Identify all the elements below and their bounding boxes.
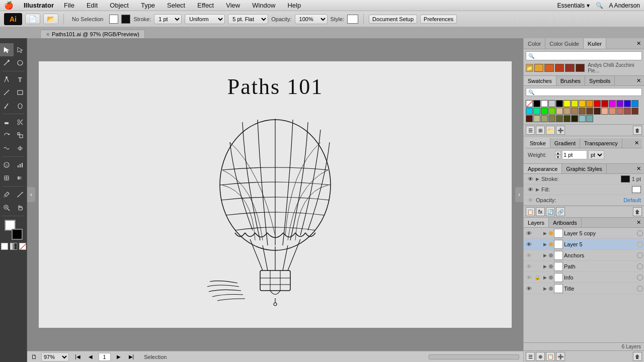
weight-down-btn[interactable]: ▼ <box>555 155 561 159</box>
search-icon[interactable]: 🔍 <box>596 2 603 9</box>
swatch-o1[interactable] <box>579 100 586 107</box>
layer-row-anchors[interactable]: 👁 ▶ Anchors <box>524 250 644 261</box>
weight-unit-select[interactable]: pt <box>588 150 604 159</box>
layer-row-5[interactable]: 👁 ▶ Layer 5 <box>524 239 644 250</box>
menu-window[interactable]: Window <box>250 2 277 9</box>
tab-artboards[interactable]: Artboards <box>549 218 582 227</box>
layer-row-info[interactable]: 👁 🔒 ▶ Info <box>524 272 644 283</box>
magic-wand-tool[interactable] <box>0 56 14 69</box>
swatch-g3[interactable] <box>548 108 555 115</box>
kuler-swatch-3[interactable] <box>555 64 564 72</box>
layers-delete-btn[interactable]: 🗑 <box>633 352 642 361</box>
swatches-search-input[interactable] <box>528 89 639 95</box>
anchors-expand[interactable]: ▶ <box>542 252 548 258</box>
layer-5-copy-lock[interactable] <box>534 230 541 237</box>
rect-tool[interactable] <box>14 86 27 99</box>
selection-tool[interactable] <box>0 43 14 56</box>
swatch-m1[interactable] <box>609 100 616 107</box>
fill-vis-eye[interactable]: 👁 <box>527 186 534 193</box>
graph-tool[interactable] <box>14 158 27 171</box>
app-layer-icon[interactable]: 📋 <box>526 207 535 216</box>
tab-color-guide[interactable]: Color Guide <box>545 38 584 49</box>
swatch-t9[interactable] <box>616 108 623 115</box>
stroke-uniform-select[interactable]: Uniform <box>185 14 225 24</box>
rotate-tool[interactable] <box>0 129 14 142</box>
swatch-t7[interactable] <box>601 108 608 115</box>
app-fx-btn[interactable]: fx <box>536 207 545 216</box>
layer-5-vis[interactable]: 👁 <box>525 240 533 248</box>
path-lock[interactable] <box>534 263 541 270</box>
menu-view[interactable]: View <box>224 2 242 9</box>
swatch-registration[interactable] <box>533 100 540 107</box>
swatch-t20[interactable] <box>586 115 593 122</box>
layers-panel-close[interactable]: ✕ <box>633 218 644 227</box>
doc-setup-btn[interactable]: Document Setup <box>369 15 417 24</box>
swatch-t15[interactable] <box>548 115 555 122</box>
tab-appearance[interactable]: Appearance <box>524 164 562 173</box>
stroke-flat-select[interactable]: 5 pt. Flat <box>228 14 268 24</box>
swatch-g2[interactable] <box>541 108 548 115</box>
gradient-btn[interactable] <box>10 243 17 250</box>
swatch-t16[interactable] <box>556 115 563 122</box>
anchors-vis[interactable]: 👁 <box>525 251 533 259</box>
swatch-t1[interactable] <box>556 108 563 115</box>
swatch-t14[interactable] <box>541 115 548 122</box>
layer-5-copy-expand[interactable]: ▶ <box>542 230 548 236</box>
title-expand[interactable]: ▶ <box>542 286 548 292</box>
swatch-c1[interactable] <box>526 108 533 115</box>
menu-select[interactable]: Select <box>165 2 187 9</box>
kuler-swatch-4[interactable] <box>565 64 574 72</box>
canvas-scroll[interactable]: ‹ Paths 101 <box>27 38 523 351</box>
kuler-swatch-2[interactable] <box>544 64 553 72</box>
tab-kuler[interactable]: Kuler <box>584 38 606 49</box>
paintbrush-tool[interactable] <box>0 99 14 112</box>
weight-up-btn[interactable]: ▲ <box>555 151 561 155</box>
menu-file[interactable]: File <box>62 2 76 9</box>
swatch-t17[interactable] <box>564 115 571 122</box>
hand-tool[interactable] <box>14 201 27 214</box>
canvas[interactable]: Paths 101 <box>39 61 512 328</box>
kuler-search-input[interactable] <box>534 53 639 59</box>
zoom-select[interactable]: 97% <box>41 352 69 361</box>
swatch-t10[interactable] <box>624 108 631 115</box>
eraser-tool[interactable] <box>0 116 14 129</box>
swatch-r2[interactable] <box>601 100 608 107</box>
apple-menu[interactable]: 🍎 <box>4 1 14 10</box>
warp-tool[interactable] <box>0 142 14 155</box>
page-number[interactable] <box>99 353 111 361</box>
layer-row-5-copy[interactable]: 👁 ▶ Layer 5 copy <box>524 228 644 239</box>
scroll-bar-x[interactable] <box>429 354 519 359</box>
fill-row-swatch[interactable] <box>632 186 641 193</box>
measure-tool[interactable] <box>14 188 27 201</box>
tab-brushes[interactable]: Brushes <box>556 76 585 85</box>
app-delete-btn[interactable]: 🗑 <box>633 207 642 216</box>
info-expand[interactable]: ▶ <box>542 275 548 281</box>
gradient-tool[interactable] <box>14 171 27 185</box>
close-tab-btn[interactable]: ✕ <box>46 32 50 37</box>
swatch-o2[interactable] <box>586 100 593 107</box>
type-tool[interactable]: T <box>14 73 27 86</box>
mesh-tool[interactable] <box>0 171 14 185</box>
weight-input[interactable] <box>562 150 587 159</box>
stroke-color[interactable] <box>121 15 130 24</box>
tab-graphic-styles[interactable]: Graphic Styles <box>562 164 607 173</box>
swatch-t5[interactable] <box>586 108 593 115</box>
none-btn[interactable] <box>19 243 26 250</box>
swatch-r1[interactable] <box>594 100 601 107</box>
swatch-y2[interactable] <box>571 100 578 107</box>
tab-stroke[interactable]: Stroke <box>526 138 550 148</box>
layers-new-layer-btn[interactable]: 📋 <box>546 352 555 361</box>
stroke-weight-select[interactable]: 1 pt <box>154 14 182 24</box>
stroke-panel-close[interactable]: ✕ <box>631 138 642 148</box>
direct-select-tool[interactable] <box>14 43 27 56</box>
layers-menu-btn[interactable]: ☰ <box>526 352 535 361</box>
zoom-tool[interactable] <box>0 201 14 214</box>
kuler-swatch-1[interactable] <box>534 64 543 72</box>
scale-tool[interactable] <box>14 129 27 142</box>
scroll-right-btn[interactable]: › <box>515 187 523 202</box>
lasso-tool[interactable] <box>14 56 27 69</box>
swatches-search[interactable] <box>526 88 642 96</box>
weight-spin[interactable]: ▲ ▼ <box>555 151 561 159</box>
doc-tab[interactable]: ✕ Paths101.ai @ 97% (RGB/Preview) <box>40 30 145 38</box>
info-lock[interactable]: 🔒 <box>534 274 541 281</box>
